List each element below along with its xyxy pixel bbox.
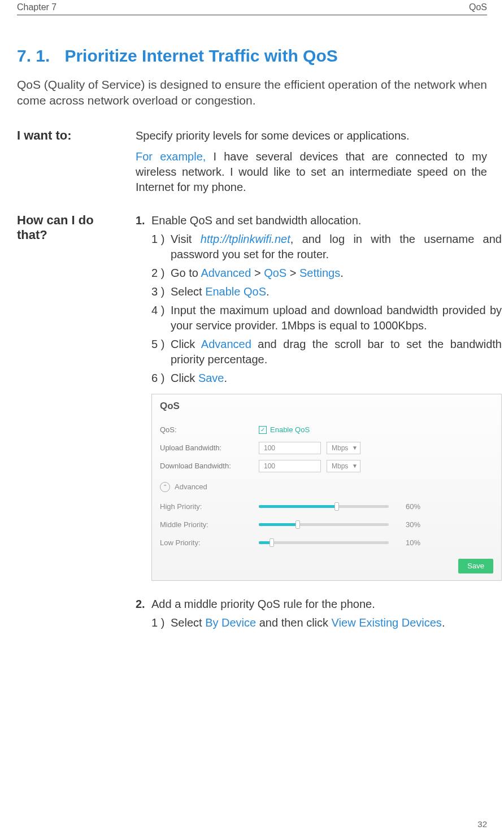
substep-text: Select By Device and then click View Exi… [171,615,502,631]
download-bw-label: Download Bandwidth: [160,461,259,471]
middle-priority-label: Middle Priority: [160,520,259,530]
qos-label: QoS: [160,425,259,435]
topic-label: QoS [469,2,487,12]
intro-paragraph: QoS (Quality of Service) is designed to … [17,77,487,109]
caret-down-icon: ▼ [352,462,358,470]
step-2-num: 2. [136,597,151,612]
slider-thumb-icon [334,502,339,511]
substep-num: 1 ) [151,232,171,262]
upload-unit-value: Mbps [332,444,348,453]
qos-panel-title: QoS [160,400,493,413]
slider-thumb-icon [270,538,274,547]
i-want-to-specify: Specify priority levels for some devices… [136,128,487,144]
save-text: Save [198,372,224,384]
substep-text: Go to Advanced > QoS > Settings. [171,266,502,281]
substep-text: Click Save. [171,371,502,386]
substep-num: 6 ) [151,371,171,386]
middle-priority-value: 30% [406,520,428,530]
download-unit-value: Mbps [332,462,348,471]
step-2-text: Add a middle priority QoS rule for the p… [151,597,502,612]
view-existing-devices-text: View Existing Devices [332,616,442,629]
substep-text: Select Enable QoS. [171,284,502,299]
section-number: 7. 1. [17,46,64,65]
page-header: Chapter 7 QoS [17,0,487,15]
advanced-toggle[interactable]: ⌃ Advanced [160,482,493,492]
step-1: 1. Enable QoS and set bandwidth allocati… [136,213,502,228]
substep-1-2: 2 ) Go to Advanced > QoS > Settings. [151,266,502,281]
advanced-text: Advanced [201,338,251,350]
low-priority-slider[interactable] [259,541,389,544]
substep-num: 5 ) [151,337,171,367]
tplink-url[interactable]: http://tplinkwifi.net [201,233,290,245]
high-priority-slider[interactable] [259,505,389,508]
section-heading: 7. 1.Prioritize Internet Traffic with Qo… [17,46,487,66]
chevron-up-icon: ⌃ [160,482,170,492]
example-label: For example, [136,150,206,163]
i-want-to-example: For example, I have several devices that… [136,149,487,195]
substep-text: Click Advanced and drag the scroll bar t… [171,337,502,367]
enable-qos-label: Enable QoS [270,425,310,435]
step-1-num: 1. [136,213,151,228]
upload-unit-select[interactable]: Mbps ▼ [327,442,360,454]
step-1-text: Enable QoS and set bandwidth allocation. [151,213,502,228]
substep-2-1: 1 ) Select By Device and then click View… [151,615,502,631]
substep-num: 3 ) [151,284,171,299]
substep-1-5: 5 ) Click Advanced and drag the scroll b… [151,337,502,367]
substep-1-1: 1 ) Visit http://tplinkwifi.net, and log… [151,232,502,262]
chapter-label: Chapter 7 [17,2,57,12]
substep-num: 4 ) [151,303,171,333]
check-icon: ✓ [259,426,267,434]
nav-advanced: Advanced [201,267,251,279]
low-priority-label: Low Priority: [160,538,259,548]
i-want-to-label: I want to: [17,128,113,201]
section-title: Prioritize Internet Traffic with QoS [64,46,337,65]
upload-bw-input[interactable]: 100 [259,442,321,454]
save-button[interactable]: Save [458,559,493,573]
substep-num: 1 ) [151,615,171,631]
page-number: 32 [477,819,487,829]
middle-priority-slider[interactable] [259,523,389,526]
caret-down-icon: ▼ [352,444,358,452]
slider-thumb-icon [296,520,300,529]
substep-1-4: 4 ) Input the maximum upload and downloa… [151,303,502,333]
download-bw-input[interactable]: 100 [259,460,321,472]
how-can-i-label: How can I do that? [17,213,113,634]
low-priority-value: 10% [406,538,428,548]
enable-qos-checkbox[interactable]: ✓ Enable QoS [259,425,310,435]
nav-settings: Settings [299,267,340,279]
substep-num: 2 ) [151,266,171,281]
substep-text: Input the maximum upload and download ba… [171,303,502,333]
by-device-text: By Device [205,616,256,629]
download-unit-select[interactable]: Mbps ▼ [327,460,360,472]
high-priority-value: 60% [406,502,428,512]
advanced-label: Advanced [175,482,207,492]
substep-1-3: 3 ) Select Enable QoS. [151,284,502,299]
nav-qos: QoS [264,267,286,279]
step-2: 2. Add a middle priority QoS rule for th… [136,597,502,612]
qos-panel: QoS QoS: ✓ Enable QoS Upload Bandwidth: … [151,394,502,581]
substep-1-6: 6 ) Click Save. [151,371,502,386]
substep-text: Visit http://tplinkwifi.net, and log in … [171,232,502,262]
upload-bw-label: Upload Bandwidth: [160,443,259,453]
high-priority-label: High Priority: [160,502,259,512]
enable-qos-text: Enable QoS [205,285,266,298]
